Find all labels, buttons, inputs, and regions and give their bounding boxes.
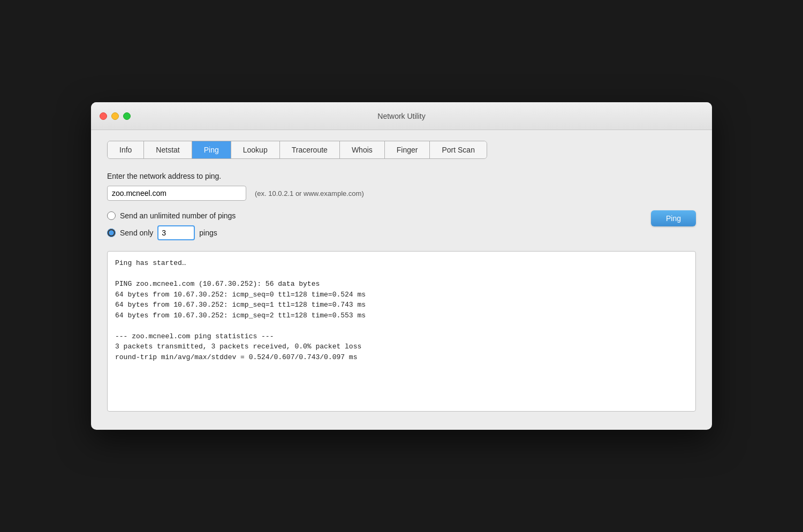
sendonly-label[interactable]: Send only [120, 229, 153, 237]
output-container [107, 251, 696, 414]
sendonly-radio[interactable] [107, 229, 116, 237]
ping-instruction: Enter the network address to ping. [107, 172, 696, 180]
app-window: Network Utility Info Netstat Ping Lookup… [91, 102, 712, 430]
tab-whois[interactable]: Whois [340, 141, 385, 158]
ping-count-input[interactable] [157, 225, 195, 240]
traffic-lights [100, 112, 131, 120]
tab-portscan[interactable]: Port Scan [430, 141, 486, 158]
maximize-button[interactable] [123, 112, 131, 120]
window-title: Network Utility [377, 112, 425, 120]
pings-label: pings [199, 229, 217, 237]
tab-ping[interactable]: Ping [192, 141, 231, 158]
sendonly-radio-row: Send only pings [107, 225, 696, 240]
minimize-button[interactable] [111, 112, 119, 120]
ping-button[interactable]: Ping [651, 210, 696, 226]
tab-traceroute[interactable]: Traceroute [280, 141, 340, 158]
address-hint: (ex. 10.0.2.1 or www.example.com) [255, 189, 364, 197]
close-button[interactable] [100, 112, 107, 120]
address-row: (ex. 10.0.2.1 or www.example.com) [107, 186, 696, 201]
unlimited-radio-row: Send an unlimited number of pings [107, 211, 696, 220]
controls-area: Send an unlimited number of pings Send o… [107, 211, 696, 240]
main-content: Info Netstat Ping Lookup Traceroute Whoi… [91, 130, 712, 430]
output-area[interactable] [107, 251, 696, 412]
tab-netstat[interactable]: Netstat [144, 141, 192, 158]
unlimited-radio[interactable] [107, 211, 116, 220]
titlebar: Network Utility [91, 102, 712, 130]
tab-bar: Info Netstat Ping Lookup Traceroute Whoi… [107, 141, 487, 159]
unlimited-label[interactable]: Send an unlimited number of pings [120, 211, 236, 220]
tab-finger[interactable]: Finger [385, 141, 430, 158]
address-input[interactable] [107, 186, 246, 201]
tab-lookup[interactable]: Lookup [231, 141, 280, 158]
tab-info[interactable]: Info [108, 141, 144, 158]
radio-group: Send an unlimited number of pings Send o… [107, 211, 696, 240]
